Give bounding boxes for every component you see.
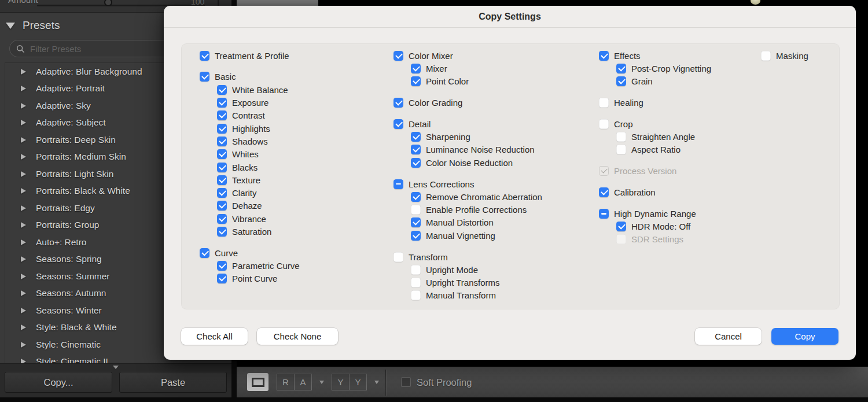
expand-triangle-icon[interactable] (21, 103, 26, 109)
check-all-button[interactable]: Check All (181, 328, 248, 345)
amount-label: Amount (8, 0, 38, 5)
expand-triangle-icon[interactable] (21, 69, 26, 75)
checkbox-checked-icon[interactable] (616, 76, 626, 86)
copy-settings-button[interactable]: Copy... (5, 372, 112, 393)
checkbox-checked-icon[interactable] (393, 98, 403, 108)
checkbox-label: Lens Corrections (409, 179, 474, 189)
checkbox-checked-icon[interactable] (217, 98, 227, 108)
soft-proofing-checkbox[interactable] (401, 377, 411, 387)
checkbox-unchecked-icon[interactable] (411, 278, 421, 287)
preset-label: Portraits: Deep Skin (36, 135, 116, 145)
expand-triangle-icon[interactable] (21, 342, 26, 348)
checkbox-item: Saturation (217, 225, 300, 238)
expand-triangle-icon[interactable] (21, 324, 26, 330)
expand-triangle-icon[interactable] (21, 256, 26, 262)
checkbox-checked-icon[interactable] (616, 64, 626, 73)
dialog-title: Copy Settings (164, 6, 856, 28)
checkbox-checked-icon[interactable] (217, 110, 227, 120)
checkbox-label: Texture (232, 175, 260, 185)
checkbox-label: Basic (215, 72, 236, 82)
loupe-view-icon (252, 378, 264, 387)
checkbox-checked-icon[interactable] (411, 217, 421, 227)
checkbox-checked-icon[interactable] (200, 248, 209, 258)
copy-confirm-button[interactable]: Copy (771, 328, 838, 345)
copy-settings-dialog: Copy Settings Treatment & ProfileBasicWh… (164, 6, 856, 360)
expand-triangle-icon[interactable] (21, 188, 26, 194)
checkbox-checked-icon[interactable] (217, 188, 227, 198)
checkbox-checked-icon[interactable] (411, 145, 421, 154)
checkbox-checked-icon[interactable] (217, 85, 227, 95)
preset-label: Portraits: Black & White (36, 186, 130, 196)
checkbox-item: HDR Mode: Off (616, 220, 711, 233)
checkbox-unchecked-icon[interactable] (616, 132, 626, 142)
expand-triangle-icon[interactable] (21, 359, 26, 363)
checkbox-checked-icon[interactable] (411, 192, 421, 202)
checkbox-checked-icon[interactable] (200, 72, 209, 82)
expand-triangle-icon[interactable] (21, 86, 26, 91)
checkbox-checked-icon[interactable] (393, 51, 403, 61)
checkbox-checked-icon[interactable] (599, 187, 609, 197)
loupe-view-button[interactable] (247, 373, 269, 391)
checkbox-unchecked-icon[interactable] (599, 98, 609, 108)
checkbox-unchecked-icon[interactable] (411, 265, 421, 275)
reference-view-button[interactable]: R (277, 374, 295, 390)
checkbox-label: Parametric Curve (232, 261, 300, 271)
checkbox-label: Manual Transform (426, 290, 496, 300)
check-none-button[interactable]: Check None (257, 328, 338, 345)
checkbox-checked-icon[interactable] (411, 158, 421, 168)
checkbox-unchecked-icon[interactable] (411, 205, 421, 215)
scroll-down-indicator[interactable] (113, 366, 119, 369)
checkbox-checked-icon[interactable] (217, 149, 227, 159)
expand-triangle-icon[interactable] (21, 154, 26, 160)
checkbox-checked-icon[interactable] (411, 132, 421, 142)
checkbox-unchecked-icon[interactable] (761, 51, 771, 61)
checkbox-checked-icon[interactable] (217, 261, 227, 271)
checkbox-unchecked-icon[interactable] (616, 145, 626, 154)
expand-triangle-icon[interactable] (21, 222, 26, 228)
before-after-dropdown-icon[interactable] (374, 381, 379, 384)
active-view-button[interactable]: A (294, 374, 312, 390)
preset-label: Portraits: Light Skin (36, 169, 113, 179)
checkbox-checked-icon[interactable] (217, 124, 227, 134)
checkbox-checked-icon[interactable] (217, 214, 227, 224)
before-after-buttons: Y Y (332, 374, 367, 390)
expand-triangle-icon[interactable] (21, 137, 26, 143)
expand-triangle-icon[interactable] (21, 171, 26, 177)
checkbox-checked-icon[interactable] (217, 175, 227, 185)
checkbox-checked-icon[interactable] (599, 51, 609, 61)
checkbox-checked-icon[interactable] (411, 64, 421, 73)
preset-label: Seasons: Winter (36, 305, 102, 316)
compare-view-dropdown-icon[interactable] (319, 381, 324, 384)
checkbox-checked-icon[interactable] (411, 76, 421, 86)
collapse-triangle-icon[interactable] (6, 23, 15, 29)
expand-triangle-icon[interactable] (21, 274, 26, 279)
expand-triangle-icon[interactable] (21, 205, 26, 211)
paste-settings-button[interactable]: Paste (119, 372, 227, 393)
expand-triangle-icon[interactable] (21, 290, 26, 296)
checkbox-item: Dehaze (217, 200, 300, 212)
checkbox-unchecked-icon[interactable] (411, 290, 421, 300)
checkbox-checked-icon[interactable] (217, 201, 227, 211)
checkbox-checked-icon[interactable] (200, 51, 209, 61)
checkbox-unchecked-icon[interactable] (599, 119, 609, 129)
checkbox-unchecked-icon[interactable] (393, 252, 403, 262)
soft-proofing-label: Soft Proofing (417, 367, 472, 398)
after-view-button[interactable]: Y (349, 374, 367, 390)
expand-triangle-icon[interactable] (21, 308, 26, 314)
checkbox-mixed-icon[interactable] (393, 179, 403, 189)
checkbox-checked-icon[interactable] (217, 227, 227, 237)
checkbox-checked-icon[interactable] (411, 231, 421, 241)
checkbox-checked-icon[interactable] (217, 163, 227, 172)
checkbox-mixed-icon[interactable] (599, 209, 609, 219)
checkbox-checked-icon[interactable] (217, 137, 227, 146)
cancel-button[interactable]: Cancel (695, 328, 762, 345)
checkbox-checked-icon[interactable] (217, 274, 227, 283)
checkbox-label: Upright Mode (426, 265, 478, 275)
expand-triangle-icon[interactable] (21, 120, 26, 126)
expand-triangle-icon[interactable] (21, 239, 26, 245)
checkbox-checked-icon[interactable] (393, 119, 403, 129)
checkbox-item: Luminance Noise Reduction (411, 143, 542, 156)
before-view-button[interactable]: Y (332, 374, 350, 390)
checkbox-checked-icon[interactable] (616, 222, 626, 231)
preset-label: Seasons: Summer (36, 271, 110, 282)
